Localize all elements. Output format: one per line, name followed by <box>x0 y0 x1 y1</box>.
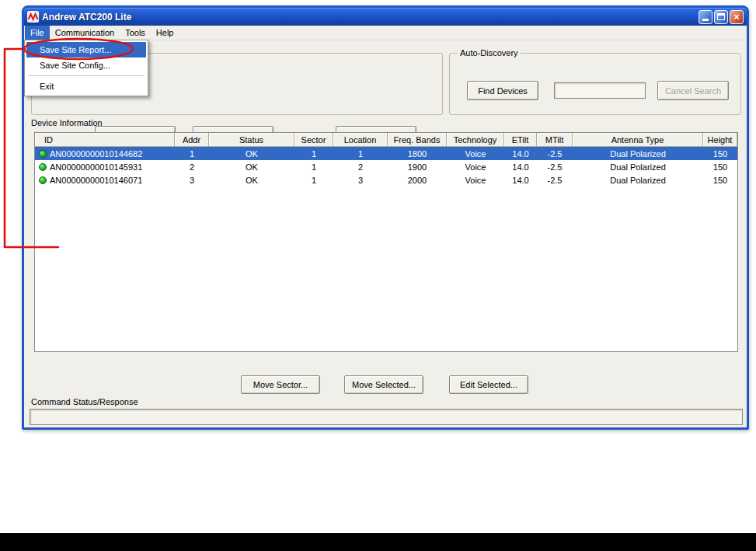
column-header-height[interactable]: Height <box>703 133 737 147</box>
device-location: 3 <box>333 173 388 187</box>
device-id: AN00000000010144682 <box>50 149 142 159</box>
device-status-led-icon <box>39 150 47 158</box>
device-status-led-icon <box>39 163 47 171</box>
device-technology: Voice <box>447 147 504 160</box>
device-addr: 1 <box>175 147 209 160</box>
maximize-icon <box>717 13 725 20</box>
device-technology: Voice <box>447 173 504 187</box>
column-header-freq-bands[interactable]: Freq. Bands <box>388 133 447 147</box>
app-icon <box>27 11 39 23</box>
device-etilt: 14.0 <box>504 160 537 173</box>
menu-item-save-site-config[interactable]: Save Site Config... <box>26 58 146 73</box>
device-etilt: 14.0 <box>504 147 537 160</box>
window-title: Andrew ATC200 Lite <box>42 12 131 23</box>
menu-tools[interactable]: Tools <box>120 26 151 40</box>
device-sector: 1 <box>294 160 333 173</box>
column-header-sector[interactable]: Sector <box>294 133 333 147</box>
menu-file[interactable]: File <box>25 26 50 40</box>
table-row[interactable]: AN00000000010146071 3 OK 1 3 2000 Voice … <box>35 173 737 187</box>
device-etilt: 14.0 <box>504 173 537 187</box>
auto-discovery-group: Auto-Discovery Find Devices Cancel Searc… <box>449 53 741 115</box>
menubar: File Communication Tools Help <box>24 26 747 40</box>
auto-discovery-label: Auto-Discovery <box>458 48 521 58</box>
titlebar[interactable]: Andrew ATC200 Lite × <box>24 8 747 26</box>
device-location: 2 <box>333 160 388 173</box>
menu-item-exit[interactable]: Exit <box>26 78 146 94</box>
find-devices-button[interactable]: Find Devices <box>467 81 538 100</box>
close-icon: × <box>730 11 743 23</box>
device-mtilt: -2.5 <box>537 173 573 187</box>
column-header-status[interactable]: Status <box>209 133 294 147</box>
column-header-antenna-type[interactable]: Antenna Type <box>573 133 703 147</box>
device-table[interactable]: ID Addr Status Sector Location Freq. Ban… <box>34 132 738 352</box>
column-header-technology[interactable]: Technology <box>447 133 504 147</box>
bottom-black-bar <box>0 533 756 551</box>
table-row[interactable]: AN00000000010144682 1 OK 1 1 1800 Voice … <box>35 147 737 160</box>
maximize-button[interactable] <box>714 10 728 24</box>
device-sector: 1 <box>294 173 333 187</box>
device-mtilt: -2.5 <box>537 160 573 173</box>
menu-separator <box>28 75 145 76</box>
table-header-row: ID Addr Status Sector Location Freq. Ban… <box>35 133 737 147</box>
device-antenna-type: Dual Polarized <box>573 147 703 160</box>
device-height: 150 <box>703 147 737 160</box>
move-sector-button[interactable]: Move Sector... <box>241 375 320 394</box>
device-freq-bands: 2000 <box>388 173 447 187</box>
device-location: 1 <box>333 147 388 160</box>
device-status-led-icon <box>39 176 47 184</box>
device-addr: 3 <box>175 173 209 187</box>
command-status-label: Command Status/Response <box>31 397 138 406</box>
menu-item-save-site-report[interactable]: Save Site Report... <box>26 42 146 58</box>
device-addr: 2 <box>175 160 209 173</box>
device-information-label: Device Information <box>31 118 103 127</box>
device-freq-bands: 1800 <box>388 147 447 160</box>
device-status: OK <box>209 160 294 173</box>
device-status: OK <box>209 173 294 187</box>
device-antenna-type: Dual Polarized <box>573 160 703 173</box>
device-antenna-type: Dual Polarized <box>573 173 703 187</box>
column-header-mtilt[interactable]: MTilt <box>537 133 573 147</box>
device-sector: 1 <box>294 147 333 160</box>
command-status-field[interactable] <box>30 409 743 425</box>
device-height: 150 <box>703 160 737 173</box>
device-height: 150 <box>703 173 737 187</box>
menu-help[interactable]: Help <box>151 26 179 40</box>
move-selected-button[interactable]: Move Selected... <box>344 375 423 394</box>
device-status: OK <box>209 147 294 160</box>
device-mtilt: -2.5 <box>537 147 573 160</box>
device-id: AN00000000010145931 <box>50 162 142 172</box>
minimize-button[interactable] <box>699 10 712 24</box>
device-freq-bands: 1900 <box>388 160 447 173</box>
device-id: AN00000000010146071 <box>50 176 142 185</box>
discovery-progress-field[interactable] <box>554 82 646 99</box>
close-button[interactable]: × <box>730 10 744 24</box>
edit-selected-button[interactable]: Edit Selected... <box>449 375 528 394</box>
menu-communication[interactable]: Communication <box>50 26 120 40</box>
column-header-id[interactable]: ID <box>35 133 175 147</box>
device-technology: Voice <box>447 160 504 173</box>
cancel-search-button[interactable]: Cancel Search <box>657 81 729 100</box>
column-header-location[interactable]: Location <box>333 133 388 147</box>
minimize-icon <box>702 19 709 21</box>
file-menu-dropdown: Save Site Report... Save Site Config... … <box>24 40 148 96</box>
window-controls: × <box>699 10 744 24</box>
column-header-etilt[interactable]: ETilt <box>504 133 537 147</box>
column-header-addr[interactable]: Addr <box>175 133 209 147</box>
table-row[interactable]: AN00000000010145931 2 OK 1 2 1900 Voice … <box>35 160 737 173</box>
desktop-canvas: Andrew ATC200 Lite × File Communication … <box>0 0 756 551</box>
